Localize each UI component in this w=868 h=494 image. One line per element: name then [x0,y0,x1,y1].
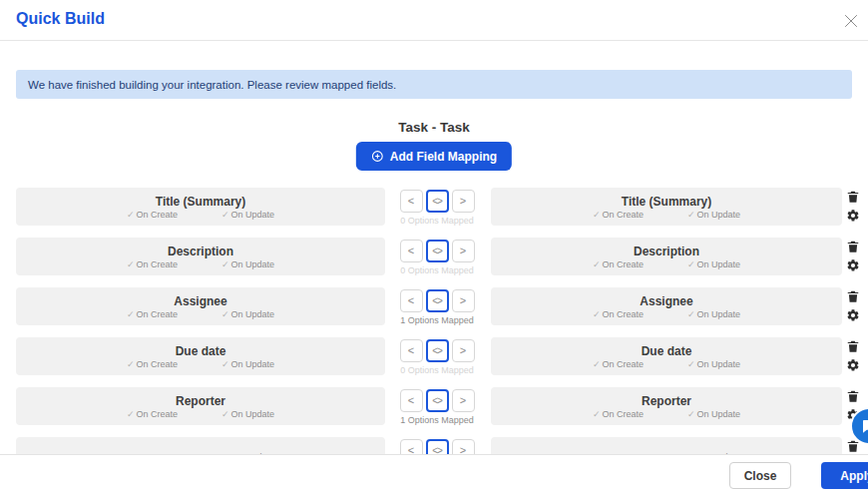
on-update-label: On Update [697,259,741,269]
source-field-card[interactable]: Description ✓On Create ✓On Update [16,238,385,275]
check-icon: ✓ [221,210,229,220]
sync-options: ✓On Create ✓On Update [593,210,740,220]
on-update-option: ✓On Update [221,409,274,419]
direction-bidirectional-button[interactable]: <> [426,339,449,362]
field-mapping-row: Description ✓On Create ✓On Update < <> >… [0,238,868,287]
source-field-name: Assignee [174,294,226,308]
check-icon: ✓ [593,409,601,419]
direction-left-button[interactable]: < [400,339,423,362]
settings-gear-icon[interactable] [845,257,860,272]
add-field-mapping-button[interactable]: Add Field Mapping [356,142,512,171]
close-icon[interactable] [841,11,861,31]
on-create-option: ✓On Create [593,359,644,369]
source-field-card[interactable]: Assignee ✓On Create ✓On Update [16,287,385,325]
direction-right-button[interactable]: > [452,339,475,362]
target-field-name: Title (Summary) [622,195,711,209]
target-field-card[interactable]: ✓On Create ✓On Update [491,437,842,454]
direction-left-button[interactable]: < [400,389,423,412]
source-field-card[interactable]: ✓On Create ✓On Update [16,437,385,454]
settings-gear-icon[interactable] [845,208,860,223]
row-actions [845,288,860,322]
direction-bidirectional-button[interactable]: <> [426,190,449,213]
on-update-label: On Update [231,309,275,319]
target-field-name: Description [634,245,699,258]
info-banner: We have finished building your integrati… [16,70,852,99]
on-update-label: On Update [231,210,275,220]
check-icon: ✓ [221,359,229,369]
settings-gear-icon[interactable] [845,307,860,322]
row-actions [845,239,860,272]
on-create-label: On Create [136,359,178,369]
sync-options: ✓On Create ✓On Update [593,259,740,269]
delete-mapping-icon[interactable] [845,338,860,353]
target-field-card[interactable]: Title (Summary) ✓On Create ✓On Update [491,188,842,226]
on-update-label: On Update [697,359,741,369]
direction-right-button[interactable]: > [452,240,475,262]
direction-left-button[interactable]: < [400,289,423,312]
direction-bidirectional-button[interactable]: <> [426,439,449,454]
delete-mapping-icon[interactable] [845,189,860,204]
target-field-name: Due date [642,344,692,358]
sync-options: ✓On Create ✓On Update [127,259,274,269]
direction-left-button[interactable]: < [400,439,423,454]
source-field-name: Reporter [176,394,225,408]
field-mapping-row: Due date ✓On Create ✓On Update < <> > 0 … [0,337,868,387]
direction-bidirectional-button[interactable]: <> [426,240,449,262]
direction-right-button[interactable]: > [452,289,475,312]
check-icon: ✓ [687,210,695,220]
check-icon: ✓ [593,210,601,220]
options-mapped-caption: 0 Options Mapped [391,265,483,275]
check-icon: ✓ [127,210,135,220]
delete-mapping-icon[interactable] [845,239,860,253]
target-field-card[interactable]: Assignee ✓On Create ✓On Update [491,287,842,325]
field-mapping-row: ✓On Create ✓On Update < <> > ✓On Create … [0,437,868,454]
direction-controls: < <> > [391,439,483,454]
direction-controls: < <> > 0 Options Mapped [391,240,483,275]
direction-left-button[interactable]: < [400,190,423,213]
on-update-label: On Update [231,409,275,419]
on-create-option: ✓On Create [127,210,178,220]
on-update-option: ✓On Update [687,409,740,419]
close-button[interactable]: Close [729,462,791,489]
check-icon: ✓ [221,259,229,269]
header-divider [0,40,868,41]
check-icon: ✓ [687,309,695,319]
on-update-label: On Update [231,259,275,269]
target-field-card[interactable]: Description ✓On Create ✓On Update [491,238,842,275]
on-update-option: ✓On Update [687,259,740,269]
direction-right-button[interactable]: > [452,389,475,412]
on-update-option: ✓On Update [221,210,274,220]
source-field-card[interactable]: Reporter ✓On Create ✓On Update [16,387,385,425]
on-update-option: ✓On Update [221,359,274,369]
source-field-card[interactable]: Due date ✓On Create ✓On Update [16,337,385,375]
sync-options: ✓On Create ✓On Update [127,210,274,220]
on-create-label: On Create [136,309,178,319]
on-create-label: On Create [136,259,178,269]
settings-gear-icon[interactable] [845,357,860,372]
field-mapping-row: Assignee ✓On Create ✓On Update < <> > 1 … [0,287,868,337]
on-update-option: ✓On Update [687,359,740,369]
direction-left-button[interactable]: < [400,240,423,262]
on-create-option: ✓On Create [127,409,178,419]
target-field-card[interactable]: Reporter ✓On Create ✓On Update [491,387,842,425]
direction-bidirectional-button[interactable]: <> [426,389,449,412]
delete-mapping-icon[interactable] [845,388,860,403]
target-field-card[interactable]: Due date ✓On Create ✓On Update [491,337,842,375]
direction-right-button[interactable]: > [452,190,475,213]
apply-button[interactable]: Apply [821,462,868,489]
source-field-card[interactable]: Title (Summary) ✓On Create ✓On Update [16,188,385,226]
check-icon: ✓ [221,409,229,419]
sync-options: ✓On Create ✓On Update [127,309,274,319]
sync-options: ✓On Create ✓On Update [127,359,274,369]
on-update-label: On Update [231,359,275,369]
check-icon: ✓ [593,259,601,269]
delete-mapping-icon[interactable] [845,288,860,303]
modal-title: Quick Build [16,10,105,28]
on-create-option: ✓On Create [127,309,178,319]
on-update-label: On Update [697,309,741,319]
source-field-name: Due date [176,344,226,358]
direction-bidirectional-button[interactable]: <> [426,289,449,312]
chat-bubble-icon [860,417,868,435]
direction-right-button[interactable]: > [452,439,475,454]
on-update-label: On Update [697,210,741,220]
